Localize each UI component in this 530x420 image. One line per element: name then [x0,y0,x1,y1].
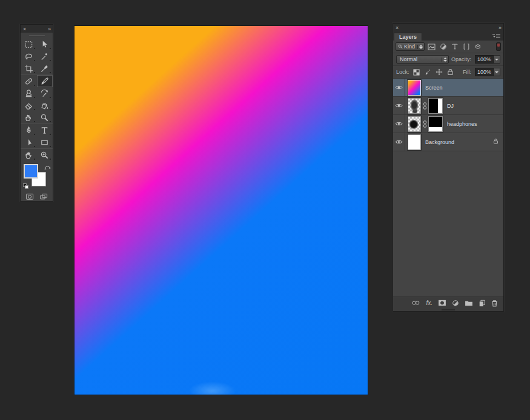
lock-row: Lock: Fill: 100% [393,66,503,79]
layer-mask-thumbnail[interactable] [428,116,443,132]
dropdown-stepper-icon [417,45,423,49]
mask-link-icon[interactable] [422,120,428,128]
hand-tool-icon[interactable] [21,149,37,161]
layer-style-button[interactable]: fx. [426,299,432,307]
foreground-color-swatch[interactable] [24,164,38,179]
tools-bottom-buttons [21,191,53,201]
layer-name: headphones [447,121,477,127]
layer-filter-row: Kind [393,41,503,53]
collapse-panel-icon[interactable]: » [499,25,501,31]
new-adjustment-layer-icon[interactable] [452,299,459,307]
add-layer-mask-icon[interactable] [438,299,446,307]
swap-colors-icon[interactable] [44,163,51,170]
pen-tool-icon[interactable] [21,124,37,136]
layer-thumbnail-photo[interactable] [408,116,421,132]
layer-name: DJ [447,103,454,109]
filter-kind-label: Kind [404,44,415,50]
dodge-tool-icon[interactable] [37,111,53,123]
tools-panel: × » [20,24,53,202]
layers-panel-topbar: × » [393,24,503,31]
lasso-tool-icon[interactable] [21,50,37,62]
lock-transparency-icon[interactable] [413,69,420,76]
document-canvas[interactable] [74,25,368,395]
quick-mask-icon[interactable] [24,192,35,201]
eye-icon [395,85,403,90]
panel-grip[interactable] [29,35,45,36]
filter-kind-dropdown[interactable]: Kind [396,42,425,51]
filter-smart-objects-icon[interactable] [473,42,482,51]
layer-thumbnail-white[interactable] [408,134,421,150]
zoom-tool-icon[interactable] [37,149,53,161]
healing-brush-tool-icon[interactable] [21,75,37,87]
path-selection-tool-icon[interactable] [21,136,37,148]
shape-tool-icon[interactable] [37,136,53,148]
fill-value[interactable]: 100% [475,68,494,76]
close-icon[interactable]: × [23,26,25,32]
lock-label: Lock: [396,69,409,75]
delete-layer-icon[interactable] [491,299,498,307]
move-tool-icon[interactable] [37,38,53,50]
link-layers-icon[interactable] [411,299,420,307]
magic-wand-tool-icon[interactable] [37,50,53,62]
fill-field: 100% [475,68,500,76]
opacity-label: Opacity: [451,56,471,62]
layer-visibility-toggle[interactable] [393,97,405,114]
default-colors-icon[interactable] [23,183,29,189]
layers-empty-area [393,151,503,297]
filter-shape-layers-icon[interactable] [462,42,471,51]
lock-paint-icon[interactable] [424,68,431,76]
layer-thumbnail-photo[interactable] [408,98,421,114]
filtering-on-off-toggle[interactable] [496,42,501,51]
dropdown-stepper-icon [442,57,447,62]
close-icon[interactable]: × [396,25,398,31]
tab-layers[interactable]: Layers [394,33,422,41]
blend-mode-row: Normal Opacity: 100% [393,53,503,66]
opacity-dropdown-button[interactable] [494,55,500,64]
collapse-panel-icon[interactable]: » [48,26,50,32]
layer-row-background[interactable]: Background [393,133,503,151]
search-icon [398,44,403,49]
fill-dropdown-button[interactable] [494,68,500,76]
filter-pixel-layers-icon[interactable] [427,42,436,51]
lock-all-icon[interactable] [447,68,454,76]
history-brush-tool-icon[interactable] [37,87,53,99]
eyedropper-tool-icon[interactable] [37,62,53,74]
screen-mode-icon[interactable] [38,192,49,201]
layer-locked-icon [493,138,499,146]
mask-link-icon[interactable] [422,102,428,110]
layer-name: Screen [425,85,443,91]
layer-row-screen[interactable]: Screen [393,79,503,97]
eye-icon [395,139,403,145]
filter-adjustment-layers-icon[interactable] [439,42,448,51]
blend-mode-value: Normal [400,56,417,62]
smudge-tool-icon[interactable] [21,111,37,123]
new-group-icon[interactable] [465,299,473,307]
panel-resize-grip[interactable] [393,309,503,311]
eraser-tool-icon[interactable] [21,99,37,111]
filter-type-layers-icon[interactable] [450,42,459,51]
layers-list: Screen DJ [393,79,503,151]
layers-footer: fx. [393,297,503,309]
brush-tool-icon[interactable] [37,75,53,87]
panel-menu-icon[interactable] [492,33,502,40]
type-tool-icon[interactable] [37,124,53,136]
layer-visibility-toggle[interactable] [393,115,405,133]
layer-visibility-toggle[interactable] [393,79,405,96]
paint-bucket-tool-icon[interactable] [37,99,53,111]
layer-row-headphones[interactable]: headphones [393,115,503,133]
layer-mask-thumbnail[interactable] [428,98,443,114]
lock-position-icon[interactable] [436,68,443,76]
eye-icon [395,121,403,126]
tool-grid [21,38,53,161]
layer-row-dj[interactable]: DJ [393,97,503,115]
clone-stamp-tool-icon[interactable] [21,87,37,99]
marquee-tool-icon[interactable] [21,38,37,50]
layer-thumbnail-gradient[interactable] [408,80,421,96]
layer-visibility-toggle[interactable] [393,133,405,151]
new-layer-icon[interactable] [479,299,486,307]
blend-mode-dropdown[interactable]: Normal [396,55,449,64]
crop-tool-icon[interactable] [21,62,37,74]
opacity-value[interactable]: 100% [475,55,494,64]
lock-buttons [413,68,454,76]
color-swatches [23,163,51,191]
